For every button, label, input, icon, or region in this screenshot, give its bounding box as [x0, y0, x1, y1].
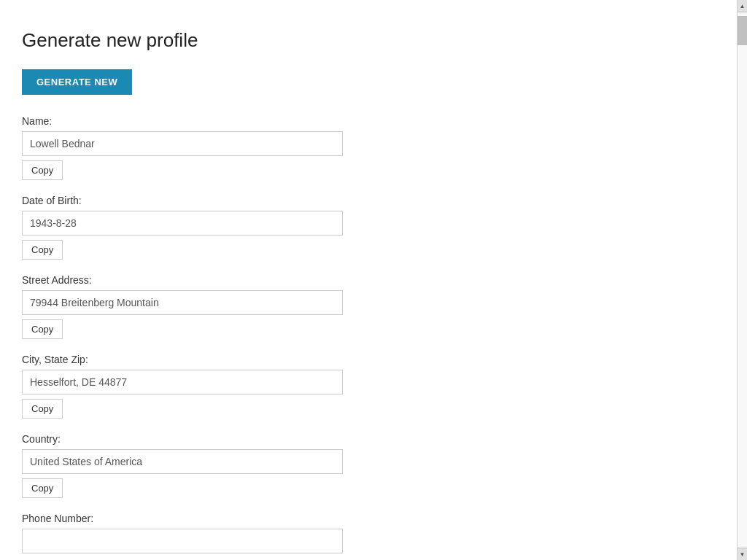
name-field-group: Name: Copy [22, 115, 715, 180]
page-title: Generate new profile [22, 29, 715, 52]
country-label: Country: [22, 433, 715, 445]
scrollbar[interactable]: ▲ ▼ [737, 0, 747, 560]
country-input[interactable] [22, 449, 343, 474]
street-label: Street Address: [22, 274, 715, 286]
scrollbar-arrow-up[interactable]: ▲ [738, 0, 747, 12]
phone-field-group: Phone Number: [22, 513, 715, 553]
phone-input[interactable] [22, 529, 343, 553]
city-copy-button[interactable]: Copy [22, 399, 63, 419]
street-copy-button[interactable]: Copy [22, 319, 63, 339]
scrollbar-track [738, 12, 747, 548]
dob-field-group: Date of Birth: Copy [22, 195, 715, 260]
street-field-group: Street Address: Copy [22, 274, 715, 339]
phone-label: Phone Number: [22, 513, 715, 524]
dob-copy-button[interactable]: Copy [22, 240, 63, 260]
generate-button[interactable]: GENERATE NEW [22, 69, 132, 95]
scrollbar-handle[interactable] [738, 16, 747, 45]
page-wrapper: Generate new profile GENERATE NEW Name: … [0, 0, 747, 560]
dob-label: Date of Birth: [22, 195, 715, 206]
name-label: Name: [22, 115, 715, 127]
country-copy-button[interactable]: Copy [22, 478, 63, 498]
city-field-group: City, State Zip: Copy [22, 354, 715, 419]
name-copy-button[interactable]: Copy [22, 160, 63, 180]
city-input[interactable] [22, 370, 343, 394]
street-input[interactable] [22, 290, 343, 315]
city-label: City, State Zip: [22, 354, 715, 365]
scrollbar-arrow-down[interactable]: ▼ [738, 548, 747, 560]
main-content: Generate new profile GENERATE NEW Name: … [0, 0, 737, 560]
name-input[interactable] [22, 131, 343, 156]
dob-input[interactable] [22, 211, 343, 236]
country-field-group: Country: Copy [22, 433, 715, 498]
